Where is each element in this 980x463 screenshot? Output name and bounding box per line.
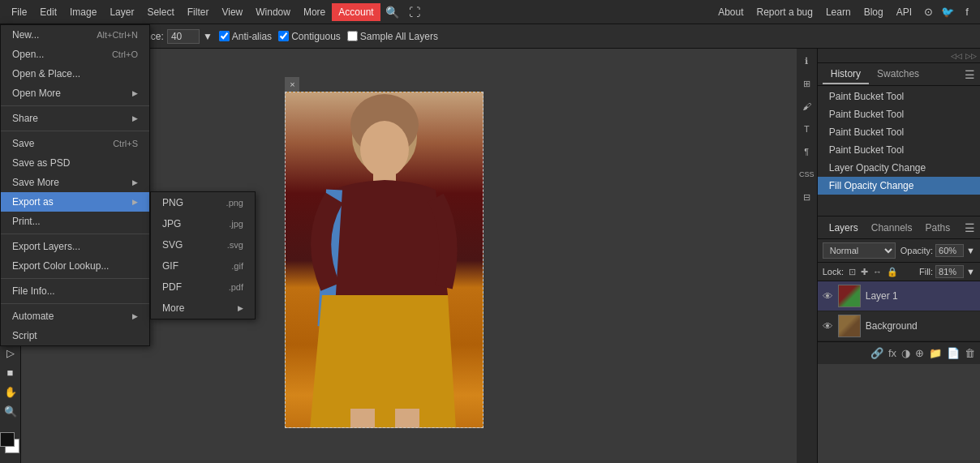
menu-filter[interactable]: Filter [181, 3, 216, 21]
lock-all-icon[interactable]: 🔒 [887, 267, 898, 277]
fg-color-swatch[interactable] [0, 432, 15, 447]
menu-bar: File Edit Image Layer Select Filter View… [0, 0, 980, 24]
new-layer-icon[interactable]: 📄 [947, 347, 960, 359]
delete-layer-icon[interactable]: 🗑 [965, 347, 975, 359]
menu-item-export-as[interactable]: Export as [1, 192, 149, 212]
history-item-3[interactable]: Paint Bucket Tool [818, 123, 980, 141]
sample-all-option[interactable]: Sample All Layers [347, 31, 438, 42]
history-panel-menu[interactable]: ☰ [965, 68, 975, 81]
layer1-visibility-icon[interactable]: 👁 [823, 290, 833, 302]
export-svg[interactable]: SVG .svg [151, 234, 255, 255]
menu-item-open-more[interactable]: Open More [1, 84, 149, 103]
menu-item-export-color[interactable]: Export Color Lookup... [1, 256, 149, 276]
brush-settings-icon[interactable]: 🖌 [797, 97, 815, 115]
lock-image-icon[interactable]: ✚ [861, 267, 868, 277]
fullscreen-icon[interactable]: ⛶ [404, 4, 425, 20]
reddit-icon[interactable]: ⊙ [920, 4, 936, 20]
menu-item-save-psd[interactable]: Save as PSD [1, 153, 149, 173]
channels-tab[interactable]: Channels [865, 219, 919, 237]
link-layers-icon[interactable]: 🔗 [870, 347, 883, 359]
hand-tool[interactable]: ✋ [2, 383, 19, 401]
menu-item-open-place[interactable]: Open & Place... [1, 64, 149, 84]
layer-effects-icon[interactable]: fx [888, 347, 896, 359]
export-png[interactable]: PNG .png [151, 192, 255, 213]
fill-input[interactable] [935, 265, 964, 278]
history-item-2[interactable]: Paint Bucket Tool [818, 105, 980, 123]
contiguous-option[interactable]: Contiguous [278, 31, 341, 42]
path-select-tool[interactable]: ▷ [2, 344, 19, 362]
swatches-tab[interactable]: Swatches [869, 65, 927, 84]
history-item-5[interactable]: Layer Opacity Change [818, 159, 980, 177]
menu-more[interactable]: More [297, 3, 332, 21]
layer-item-background[interactable]: 👁 Background [818, 311, 980, 341]
menu-select[interactable]: Select [140, 3, 180, 21]
paragraph-icon[interactable]: ¶ [797, 143, 815, 161]
report-bug-link[interactable]: Report a bug [752, 3, 818, 21]
contiguous-checkbox[interactable] [278, 31, 289, 41]
about-link[interactable]: About [713, 3, 748, 21]
lock-position-icon[interactable]: ↔ [873, 267, 882, 277]
menu-account[interactable]: Account [332, 3, 380, 21]
export-more[interactable]: More [151, 298, 255, 319]
menu-window[interactable]: Window [249, 3, 297, 21]
menu-item-automate[interactable]: Automate [1, 307, 149, 326]
adjustment-layer-icon[interactable]: ⊕ [915, 347, 924, 359]
lock-transparent-icon[interactable]: ⊡ [849, 267, 856, 277]
layer-item-layer1[interactable]: 👁 Layer 1 [818, 281, 980, 311]
anti-alias-option[interactable]: Anti-alias [219, 31, 272, 42]
history-item-4[interactable]: Paint Bucket Tool [818, 141, 980, 159]
facebook-icon[interactable]: f [959, 4, 975, 20]
sample-all-checkbox[interactable] [347, 31, 358, 41]
css-icon[interactable]: CSS [797, 165, 815, 183]
menu-item-print[interactable]: Print... [1, 212, 149, 231]
export-gif[interactable]: GIF .gif [151, 255, 255, 277]
export-jpg[interactable]: JPG .jpg [151, 213, 255, 234]
panel-collapse-left-btn[interactable]: ◁◁ [951, 52, 962, 60]
background-visibility-icon[interactable]: 👁 [823, 320, 833, 332]
shape-tool[interactable]: ■ [2, 363, 19, 381]
menu-item-save[interactable]: Save Ctrl+S [1, 134, 149, 153]
opacity-arrow[interactable]: ▼ [966, 246, 975, 255]
twitter-icon[interactable]: 🐦 [939, 4, 956, 20]
anti-alias-checkbox[interactable] [219, 31, 230, 41]
learn-link[interactable]: Learn [821, 3, 856, 21]
menu-view[interactable]: View [215, 3, 249, 21]
menu-image[interactable]: Image [63, 3, 103, 21]
group-layers-icon[interactable]: 📁 [929, 347, 942, 359]
tolerance-dropdown-arrow[interactable]: ▼ [203, 31, 213, 42]
fill-arrow[interactable]: ▼ [966, 267, 975, 277]
menu-item-new[interactable]: New... Alt+Ctrl+N [1, 25, 149, 45]
layer-mask-icon[interactable]: ◑ [901, 347, 910, 359]
export-pdf[interactable]: PDF .pdf [151, 277, 255, 298]
history-item-6[interactable]: Fill Opacity Change [818, 177, 980, 195]
text-settings-icon[interactable]: T [797, 120, 815, 138]
layers-tab[interactable]: Layers [823, 219, 865, 237]
paths-tab[interactable]: Paths [918, 219, 956, 237]
menu-item-script[interactable]: Script [1, 326, 149, 345]
menu-item-export-layers[interactable]: Export Layers... [1, 237, 149, 256]
image-icon[interactable]: ⊟ [797, 188, 815, 206]
menu-item-open[interactable]: Open... Ctrl+O [1, 45, 149, 64]
menu-file[interactable]: File [5, 3, 33, 21]
menu-edit[interactable]: Edit [33, 3, 63, 21]
history-tab[interactable]: History [823, 65, 869, 84]
menu-layer[interactable]: Layer [103, 3, 140, 21]
layer1-name: Layer 1 [866, 290, 898, 302]
panel-collapse-right-btn[interactable]: ▷▷ [965, 52, 977, 60]
search-icon[interactable]: 🔍 [380, 4, 404, 20]
blog-link[interactable]: Blog [859, 3, 888, 21]
close-tab-button[interactable]: × [285, 77, 299, 92]
tolerance-input[interactable] [167, 29, 200, 44]
zoom-tool[interactable]: 🔍 [2, 402, 19, 420]
menu-item-file-info[interactable]: File Info... [1, 281, 149, 301]
blend-mode-select[interactable]: Normal Multiply Screen Overlay [823, 242, 896, 259]
adjustments-icon[interactable]: ⊞ [797, 75, 815, 92]
menu-item-share[interactable]: Share [1, 109, 149, 128]
info-icon[interactable]: ℹ [797, 52, 815, 70]
canvas-image[interactable] [285, 92, 484, 428]
layers-panel-menu[interactable]: ☰ [965, 221, 975, 234]
menu-item-save-more[interactable]: Save More [1, 173, 149, 192]
layer-opacity-input[interactable] [935, 244, 964, 257]
history-item-1[interactable]: Paint Bucket Tool [818, 88, 980, 105]
api-link[interactable]: API [892, 3, 917, 21]
